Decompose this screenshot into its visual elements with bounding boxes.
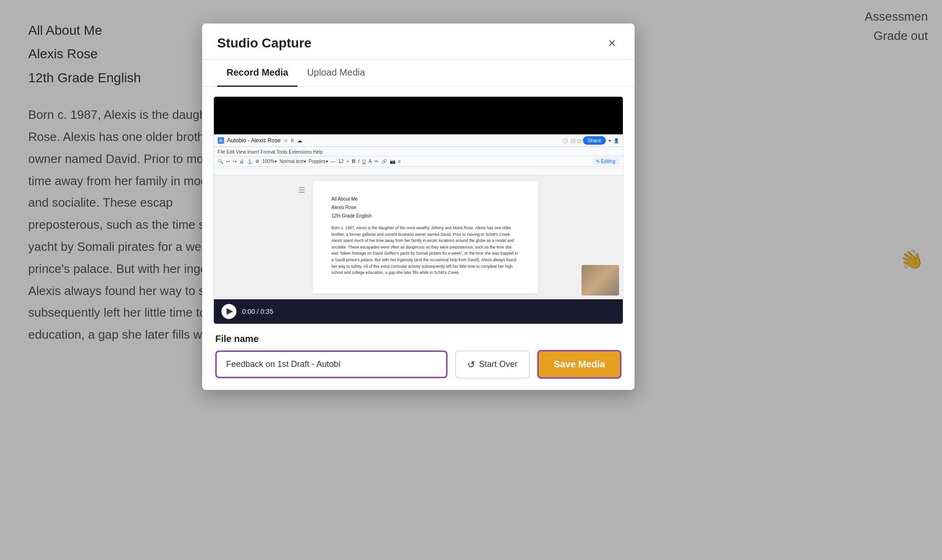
star-icon: ☆ xyxy=(283,138,288,144)
doc-title: Autobio - Alexis Rose xyxy=(227,137,281,144)
cloud-icon: ☁ xyxy=(297,138,302,144)
avatar-icon: 👤 xyxy=(613,138,619,143)
camera-face xyxy=(581,265,619,296)
copy-icon: ⎘ xyxy=(291,138,294,143)
document-preview: D Autobio - Alexis Rose ☆ ⎘ ☁ 🕐 ⬜ ◻ Shar… xyxy=(214,134,623,299)
doc-toolbar-buttons: 🕐 ⬜ ◻ Share ✦ 👤 xyxy=(562,136,619,145)
video-controls-bar: 0:00 / 0:35 xyxy=(214,299,623,324)
studio-capture-modal: Studio Capture × Record Media Upload Med… xyxy=(202,23,635,390)
history-icon: 🕐 xyxy=(562,138,568,143)
ruler xyxy=(214,167,623,175)
file-name-input[interactable] xyxy=(215,350,447,378)
modal-title: Studio Capture xyxy=(217,36,312,51)
start-over-button[interactable]: ↺ Start Over xyxy=(455,350,530,379)
tab-upload-media[interactable]: Upload Media xyxy=(298,60,374,87)
doc-body: ☰ All About Me Alexis Rose 12th Grade En… xyxy=(214,175,623,299)
share-button[interactable]: Share xyxy=(583,136,606,145)
close-button[interactable]: × xyxy=(604,35,620,52)
wand-icon: ✦ xyxy=(608,138,612,143)
camera-preview xyxy=(581,265,619,296)
save-media-button[interactable]: Save Media xyxy=(537,350,621,379)
modal-footer: File name ↺ Start Over Save Media xyxy=(202,324,635,390)
modal-header: Studio Capture × xyxy=(202,23,635,60)
footer-actions: ↺ Start Over Save Media xyxy=(215,350,621,379)
tabs-container: Record Media Upload Media xyxy=(202,60,635,87)
preview-area: D Autobio - Alexis Rose ☆ ⎘ ☁ 🕐 ⬜ ◻ Shar… xyxy=(213,96,623,324)
screen-icon: ⬜ xyxy=(570,138,575,143)
play-icon xyxy=(227,308,233,315)
video-black-bar xyxy=(214,97,623,134)
present-icon: ◻ xyxy=(577,138,581,143)
doc-page: All About Me Alexis Rose 12th Grade Engl… xyxy=(313,181,538,294)
doc-page-body: Born c. 1987, Alexis is the daughter of … xyxy=(331,225,519,276)
sidebar-icon: ☰ xyxy=(298,181,313,294)
file-name-label: File name xyxy=(215,334,621,344)
time-display: 0:00 / 0:35 xyxy=(242,308,273,315)
refresh-icon: ↺ xyxy=(467,359,475,370)
doc-menus: File Edit View Insert Format Tools Exten… xyxy=(214,148,623,156)
tab-record-media[interactable]: Record Media xyxy=(217,60,298,87)
format-bar: 🔍↩↪🖨⚓⚙ 100%▾ Normal text▾ Poppins▾ —12+ … xyxy=(214,156,623,167)
doc-toolbar: D Autobio - Alexis Rose ☆ ⎘ ☁ 🕐 ⬜ ◻ Shar… xyxy=(214,134,623,147)
play-button[interactable] xyxy=(221,304,236,319)
doc-title-bar: D Autobio - Alexis Rose ☆ ⎘ ☁ xyxy=(218,137,302,144)
google-docs-icon: D xyxy=(218,137,224,144)
doc-page-title: All About Me Alexis Rose 12th Grade Engl… xyxy=(331,195,519,220)
